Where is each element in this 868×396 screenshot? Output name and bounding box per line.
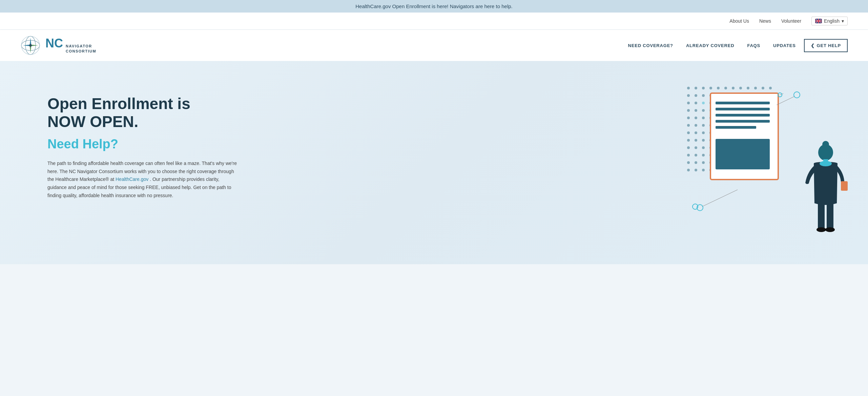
- main-header: NC NAVIGATOR CONSORTIUM NEED COVERAGE? A…: [0, 30, 868, 61]
- logo-line1: NAVIGATOR: [66, 44, 96, 48]
- top-nav: About Us News Volunteer English ▾: [0, 13, 868, 30]
- hero-subtitle: Need Help?: [47, 137, 237, 151]
- connector-lines-icon: [685, 78, 848, 247]
- svg-line-173: [777, 97, 794, 105]
- logo-nc: NC: [45, 37, 63, 49]
- about-us-link[interactable]: About Us: [729, 18, 749, 24]
- hero-title: Open Enrollment is NOW OPEN.: [47, 95, 237, 131]
- healthcare-gov-link[interactable]: HealthCare.gov: [116, 176, 148, 182]
- get-help-label: GET HELP: [817, 43, 841, 48]
- hero-title-line2: NOW OPEN.: [47, 113, 138, 130]
- updates-link[interactable]: UPDATES: [768, 40, 801, 51]
- hero-title-line1: Open Enrollment is: [47, 95, 190, 112]
- hero-section: Open Enrollment is NOW OPEN. Need Help? …: [0, 61, 868, 264]
- svg-marker-6: [23, 45, 30, 46]
- svg-point-172: [794, 92, 800, 98]
- get-help-button[interactable]: ❮ GET HELP: [804, 39, 848, 52]
- logo-area: NC NAVIGATOR CONSORTIUM: [20, 35, 96, 56]
- announcement-bar: HealthCare.gov Open Enrollment is here! …: [0, 0, 868, 13]
- get-help-arrow-icon: ❮: [811, 43, 815, 48]
- already-covered-link[interactable]: ALREADY COVERED: [681, 40, 739, 51]
- svg-point-175: [697, 205, 703, 211]
- dropdown-arrow-icon: ▾: [842, 18, 844, 24]
- svg-line-174: [702, 190, 738, 207]
- hero-body: The path to finding affordable health co…: [47, 160, 237, 200]
- flag-icon: [815, 19, 822, 23]
- logo-line2: CONSORTIUM: [66, 49, 96, 54]
- logo-compass-icon: [20, 35, 41, 56]
- svg-marker-5: [30, 46, 32, 53]
- svg-marker-4: [30, 38, 32, 45]
- hero-content: Open Enrollment is NOW OPEN. Need Help? …: [47, 81, 237, 200]
- faqs-link[interactable]: FAQS: [742, 40, 765, 51]
- language-selector[interactable]: English ▾: [811, 17, 848, 25]
- logo-text: NC NAVIGATOR CONSORTIUM: [45, 37, 96, 54]
- svg-point-8: [29, 44, 32, 47]
- svg-marker-7: [31, 45, 38, 46]
- news-link[interactable]: News: [759, 18, 771, 24]
- language-label: English: [824, 18, 840, 24]
- hero-illustration: // dots rendered below via SVG markup: [685, 78, 848, 247]
- announcement-text: HealthCare.gov Open Enrollment is here! …: [355, 3, 513, 9]
- main-nav: NEED COVERAGE? ALREADY COVERED FAQS UPDA…: [623, 39, 848, 52]
- volunteer-link[interactable]: Volunteer: [781, 18, 801, 24]
- need-coverage-link[interactable]: NEED COVERAGE?: [623, 40, 678, 51]
